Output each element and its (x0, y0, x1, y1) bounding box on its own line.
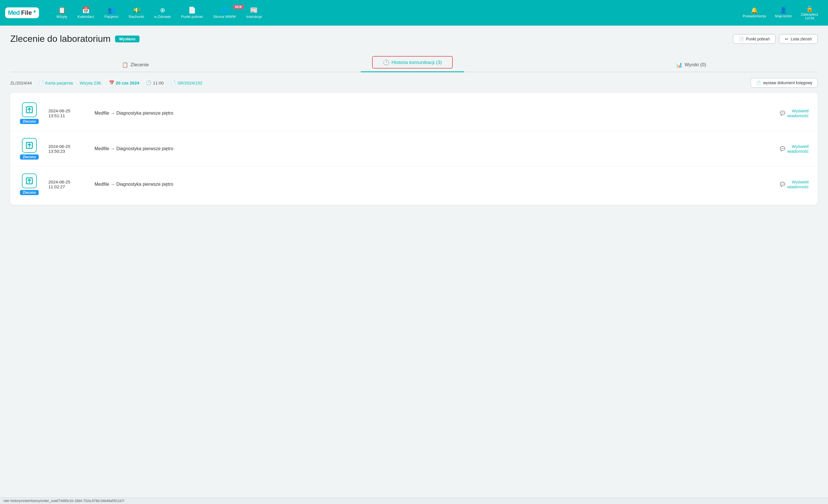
meta-doc: 📄 SR/2024/152 (171, 80, 202, 85)
doc-icon: 📄 (171, 80, 176, 85)
navbar: Med File 📋 Wizyty 📅 Kalendarz 👥 Pacjenci… (0, 0, 828, 26)
nav-item-zabezpiecz[interactable]: 🔒 Zabezpiecz 119:56 (796, 6, 823, 20)
comm-action-0[interactable]: 💬 Wyświetlwiadomość (780, 108, 809, 118)
rachunki-icon: 💵 (133, 7, 140, 13)
wyniki-tab-icon: 📊 (676, 62, 682, 68)
accounting-icon: 📄 (756, 81, 761, 85)
comm-action-2[interactable]: 💬 Wyświetlwiadomość (780, 179, 809, 189)
comm-item: Zlecono 2024-06-25 13:50:23 Medfile → Di… (10, 131, 818, 167)
nav-label-strona-www: Strona WWW (213, 14, 236, 19)
wizyty-icon: 📋 (58, 7, 66, 13)
nav-label-moje-konto: Moje konto (775, 14, 792, 18)
new-badge: NEW (233, 5, 244, 9)
order-id: ZL/2024/44 (10, 81, 32, 85)
lock-icon: 🔒 (806, 6, 813, 11)
comm-item: Zlecono 2024-06-25 13:51:11 Medfile → Di… (10, 96, 818, 131)
comm-icon-wrap-1: Zlecono (19, 138, 39, 159)
nav-item-powiadomienia[interactable]: 🔔 Powiadomienia (738, 7, 771, 18)
logo-area[interactable]: Med File (5, 7, 42, 18)
comm-action-1[interactable]: 💬 Wyświetlwiadomość (780, 144, 809, 153)
bell-icon: 🔔 (751, 7, 758, 13)
tab-label-wyniki: Wyniki (0) (685, 62, 706, 68)
nav-label-e-zdrowie: e-Zdrowie (154, 14, 171, 19)
btn-lista-zlecen[interactable]: ↩ Lista zleceń (779, 34, 818, 44)
tab-count-historia: (3) (436, 60, 442, 65)
status-label-1: Zlecono (20, 154, 39, 159)
nav-label-punkt-pobran: Punkt pobrań (181, 14, 203, 19)
meta-date: 📅 20 cze 2024 (109, 80, 139, 85)
comm-datetime-2: 2024-06-25 11:02:27 (48, 179, 85, 189)
header-actions: 📄 Punkt pobrań ↩ Lista zleceń (733, 34, 818, 44)
logo-box[interactable]: Med File (5, 7, 39, 18)
nav-right: 🔔 Powiadomienia 👤 Moje konto 🔒 Zabezpiec… (738, 6, 823, 20)
zabezpiecz-time: 119:56 (805, 16, 814, 20)
nav-item-pacjenci[interactable]: 👥 Pacjenci (99, 7, 124, 19)
nav-item-moje-konto[interactable]: 👤 Moje konto (771, 7, 796, 18)
comm-item: Zlecono 2024-06-25 11:02:27 Medfile → Di… (10, 167, 818, 202)
upload-icon-2 (22, 174, 37, 188)
tab-label-zlecenie: Zlecenie (130, 62, 149, 68)
comm-icon-wrap-0: Zlecono (19, 102, 39, 124)
kalendarz-icon: 📅 (82, 7, 90, 13)
nav-item-e-zdrowie[interactable]: ⊕ e-Zdrowie (149, 7, 176, 19)
status-label-2: Zlecono (20, 190, 39, 195)
tab-historia[interactable]: 🕐 Historia komunikacji (3) (361, 52, 464, 72)
message-icon-1: 💬 (780, 146, 785, 151)
meta-left: ZL/2024/44 · 📄 Karta pacjenta · Wizyta 2… (10, 80, 202, 85)
punkt-pobran-icon: 📄 (188, 7, 196, 13)
tab-wyniki[interactable]: 📊 Wyniki (0) (665, 58, 717, 72)
page-title-area: Zlecenie do laboratorium Wysłano (10, 34, 139, 44)
comm-datetime-1: 2024-06-25 13:50:23 (48, 144, 85, 153)
back-icon: ↩ (785, 37, 788, 41)
status-bar: rder history/orderHistory/order_uuid/744… (0, 498, 828, 504)
btn-accounting[interactable]: 📄 wystaw dokument księgowy (751, 78, 818, 88)
nav-label-pacjenci: Pacjenci (105, 14, 118, 19)
zlecenie-tab-icon: 📋 (122, 62, 128, 68)
karta-icon: 📄 (39, 80, 44, 85)
comm-route-1: Medfile → Diagnostyka pierwsze piętro (94, 146, 771, 151)
nav-label-rachunki: Rachunki (129, 14, 144, 19)
nav-items: 📋 Wizyty 📅 Kalendarz 👥 Pacjenci 💵 Rachun… (51, 7, 738, 19)
instrukcje-icon: 📰 (250, 7, 258, 13)
upload-icon-0 (22, 102, 37, 117)
status-badge: Wysłano (115, 36, 139, 42)
tab-label-historia: Historia komunikacji (3) (391, 60, 442, 65)
nav-item-instrukcje[interactable]: 📰 Instrukcje (241, 7, 267, 19)
btn-punkt-pobran[interactable]: 📄 Punkt pobrań (733, 34, 776, 44)
comm-list: Zlecono 2024-06-25 13:51:11 Medfile → Di… (10, 93, 818, 205)
nav-label-kalendarz: Kalendarz (77, 14, 94, 19)
calendar-icon: 📅 (109, 80, 115, 85)
status-url: rder history/orderHistory/order_uuid/744… (3, 499, 124, 503)
message-icon-0: 💬 (780, 111, 785, 116)
e-zdrowie-icon: ⊕ (160, 7, 165, 13)
comm-route-2: Medfile → Diagnostyka pierwsze piętro (94, 182, 771, 187)
logo-med: Med (8, 9, 19, 16)
comm-datetime-0: 2024-06-25 13:51:11 (48, 108, 85, 118)
upload-icon-1 (22, 138, 37, 153)
nav-item-kalendarz[interactable]: 📅 Kalendarz (72, 7, 99, 19)
logo-dot (34, 10, 36, 12)
nav-item-rachunki[interactable]: 💵 Rachunki (124, 7, 149, 19)
comm-icon-wrap-2: Zlecono (19, 174, 39, 195)
nav-item-strona-www[interactable]: NEW 🌐 Strona WWW (208, 7, 241, 19)
meta-time: 🕐 11:00 (146, 80, 164, 85)
karta-pacjenta-link[interactable]: 📄 Karta pacjenta (39, 80, 73, 85)
document-icon: 📄 (739, 37, 744, 41)
nav-item-wizyty[interactable]: 📋 Wizyty (51, 7, 72, 19)
nav-label-wizyty: Wizyty (56, 14, 67, 19)
wizyta-link[interactable]: Wizyta 236. (80, 81, 102, 85)
nav-item-punkt-pobran[interactable]: 📄 Punkt pobrań (176, 7, 208, 19)
logo-file: File (21, 9, 32, 16)
historia-tab-icon: 🕐 (383, 59, 389, 66)
nav-label-zabezpiecz: Zabezpiecz (801, 12, 818, 16)
page-content: Zlecenie do laboratorium Wysłano 📄 Punkt… (0, 26, 828, 215)
tab-zlecenie[interactable]: 📋 Zlecenie (111, 58, 160, 72)
page-header: Zlecenie do laboratorium Wysłano 📄 Punkt… (10, 34, 818, 44)
message-icon-2: 💬 (780, 182, 785, 187)
user-icon: 👤 (780, 7, 787, 13)
tab-count-wyniki: (0) (700, 62, 706, 67)
status-label-0: Zlecono (20, 119, 39, 124)
nav-label-powiadomienia: Powiadomienia (743, 14, 766, 18)
tabs-row: 📋 Zlecenie 🕐 Historia komunikacji (3) 📊 … (10, 52, 818, 72)
strona-www-icon: 🌐 (221, 7, 229, 13)
